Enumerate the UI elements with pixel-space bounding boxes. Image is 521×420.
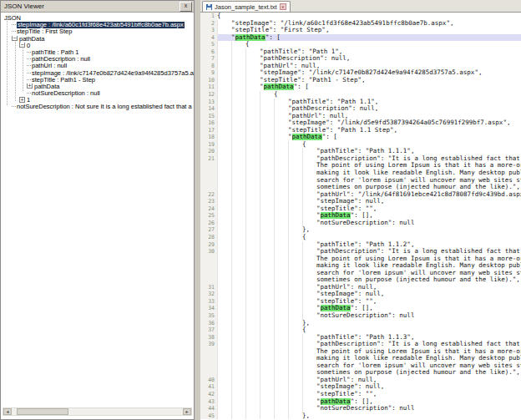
line-number[interactable]: 5: [200, 41, 217, 48]
code-text[interactable]: "pathData": [],: [217, 398, 521, 406]
code-text[interactable]: "stepTitle": "",: [217, 391, 521, 398]
code-text[interactable]: },: [217, 226, 521, 234]
line-number[interactable]: 35: [200, 312, 217, 320]
tree-row[interactable]: −pathData: [1, 36, 194, 43]
editor-line[interactable]: 34"pathData": [],: [200, 305, 521, 312]
line-number[interactable]: 12: [200, 91, 217, 99]
code-text[interactable]: "pathDescription": null,: [217, 55, 521, 63]
line-number[interactable]: 10: [200, 77, 217, 84]
line-number[interactable]: [200, 170, 217, 177]
code-text[interactable]: {: [217, 141, 521, 149]
line-number[interactable]: 37: [200, 326, 217, 334]
editor-line[interactable]: The point of using Lorem Ipsum is that i…: [200, 256, 521, 263]
code-text[interactable]: },: [217, 412, 521, 420]
line-number[interactable]: 4: [200, 34, 217, 42]
line-number[interactable]: 39: [200, 341, 217, 348]
code-text[interactable]: "pathUrl": "/link/64f81691ebce421c8d7808…: [217, 191, 521, 199]
code-text[interactable]: sometimes on purpose (injected humour an…: [217, 276, 521, 284]
editor-line[interactable]: 36},: [200, 320, 521, 327]
code-text[interactable]: "pathData": [: [217, 83, 521, 91]
panel-close-icon[interactable]: x: [180, 2, 192, 12]
code-text[interactable]: "pathDescription": "It is a long establi…: [217, 341, 521, 348]
editor-line[interactable]: 40"pathUrl": null,: [200, 377, 521, 384]
code-text[interactable]: "stepTitle": "Path 1.1 Step",: [217, 127, 521, 134]
editor-line[interactable]: making it look like readable English. Ma…: [200, 170, 521, 177]
line-number[interactable]: 28: [200, 234, 217, 241]
code-text[interactable]: "pathData": [],: [217, 212, 521, 220]
code-text[interactable]: {: [217, 41, 521, 48]
line-number[interactable]: [200, 256, 217, 263]
scrollbar-thumb[interactable]: [17, 408, 68, 415]
line-number[interactable]: 3: [200, 27, 217, 34]
code-text[interactable]: "pathDescription": null,: [217, 105, 521, 113]
code-text[interactable]: "pathUrl": null,: [217, 113, 521, 120]
editor-line[interactable]: 35"notSureDescription": null: [200, 312, 521, 320]
line-number[interactable]: [200, 177, 217, 185]
code-text[interactable]: "stepImage": null,: [217, 291, 521, 298]
tree-row[interactable]: pathDescription : null: [1, 56, 194, 63]
code-text[interactable]: "pathUrl": null,: [217, 377, 521, 384]
editor-line[interactable]: 20"pathTitle": "Path 1.1.1",: [200, 148, 521, 155]
editor-line[interactable]: 9"stepImage": "/link/c7147e0b827d424e9a9…: [200, 69, 521, 77]
code-text[interactable]: {: [217, 13, 521, 20]
tab-close-icon[interactable]: x: [280, 3, 286, 10]
line-number[interactable]: [200, 262, 217, 270]
collapse-icon[interactable]: −: [19, 43, 25, 48]
line-number[interactable]: 36: [200, 320, 217, 327]
editor-line[interactable]: 32"stepImage": null,: [200, 291, 521, 298]
line-number[interactable]: 9: [200, 69, 217, 77]
tree-row[interactable]: notSureDescription : Not sure It is a lo…: [1, 104, 194, 110]
code-text[interactable]: "pathData": [],: [217, 305, 521, 312]
line-number[interactable]: 14: [200, 105, 217, 113]
line-number[interactable]: 26: [200, 220, 217, 227]
editor-line[interactable]: 2"stepImage": "/link/a60c1fd3f68e423ab54…: [200, 20, 521, 28]
editor-line[interactable]: 41"stepImage": null,: [200, 383, 521, 391]
editor-line[interactable]: 38"pathTitle": "Path 1.1.3",: [200, 334, 521, 342]
code-text[interactable]: {: [217, 91, 521, 99]
line-number[interactable]: 2: [200, 20, 217, 28]
line-number[interactable]: 43: [200, 398, 217, 406]
editor-line[interactable]: 6"pathTitle": "Path 1",: [200, 48, 521, 56]
code-text[interactable]: "pathData": [: [217, 34, 521, 42]
code-text[interactable]: "stepImage": "/link/d5e9fd5387394264a05c…: [217, 119, 521, 127]
line-number[interactable]: 45: [200, 412, 217, 420]
line-number[interactable]: [200, 276, 217, 284]
line-number[interactable]: 32: [200, 291, 217, 298]
line-number[interactable]: 23: [200, 198, 217, 205]
code-text[interactable]: "pathTitle": "Path 1.1.1",: [217, 148, 521, 155]
code-text[interactable]: The point of using Lorem Ipsum is that i…: [217, 348, 521, 356]
code-text[interactable]: },: [217, 320, 521, 327]
editor-line[interactable]: 29"pathTitle": "Path 1.1.2",: [200, 241, 521, 249]
tree-row[interactable]: pathTitle : Path 1: [1, 49, 194, 56]
editor-line[interactable]: 7"pathDescription": null,: [200, 55, 521, 63]
editor-line[interactable]: 22"pathUrl": "/link/64f81691ebce421c8d78…: [200, 191, 521, 199]
editor-line[interactable]: 44"notSureDescription": null: [200, 405, 521, 412]
editor-body[interactable]: 1{2"stepImage": "/link/a60c1fd3f68e423ab…: [200, 13, 521, 420]
editor-line[interactable]: 28{: [200, 234, 521, 241]
editor-line[interactable]: 4"pathData": [: [200, 34, 521, 42]
line-number[interactable]: [200, 355, 217, 362]
editor-line[interactable]: 25"pathData": [],: [200, 212, 521, 220]
tree-row[interactable]: stepTitle : First Step: [1, 28, 194, 35]
line-number[interactable]: 16: [200, 119, 217, 127]
code-text[interactable]: "stepTitle": "First Step",: [217, 27, 521, 34]
code-text[interactable]: "stepImage": "/link/a60c1fd3f68e423ab549…: [217, 20, 521, 28]
horizontal-scrollbar[interactable]: ◄ ►: [3, 407, 192, 416]
code-text[interactable]: making it look like readable English. Ma…: [217, 170, 521, 177]
editor-line[interactable]: 37{: [200, 326, 521, 334]
line-number[interactable]: 38: [200, 334, 217, 342]
code-text[interactable]: "stepTitle": "",: [217, 205, 521, 213]
line-number[interactable]: 8: [200, 63, 217, 70]
code-text[interactable]: "pathUrl": null,: [217, 63, 521, 70]
line-number[interactable]: [200, 369, 217, 377]
line-number[interactable]: 11: [200, 83, 217, 91]
expand-icon[interactable]: +: [19, 97, 25, 103]
editor-line[interactable]: 1{: [200, 13, 521, 20]
code-text[interactable]: "pathData": [: [217, 134, 521, 141]
editor-line[interactable]: 19{: [200, 141, 521, 149]
code-text[interactable]: search for 'lorem ipsum' will uncover ma…: [217, 270, 521, 277]
code-text[interactable]: "notSureDescription": null: [217, 312, 521, 320]
line-number[interactable]: 44: [200, 405, 217, 412]
tree-row[interactable]: JSON: [1, 15, 194, 22]
editor-line[interactable]: 24"stepTitle": "",: [200, 205, 521, 213]
